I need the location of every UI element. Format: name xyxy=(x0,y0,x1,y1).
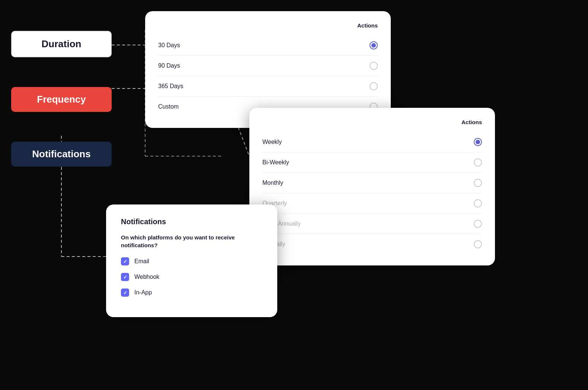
frequency-row[interactable]: Quarterly xyxy=(262,193,482,214)
frequency-card-header: Actions xyxy=(262,119,482,125)
duration-radio-btn[interactable] xyxy=(370,82,378,90)
frequency-row-label: Bi-Weekly xyxy=(262,159,289,166)
duration-row-label: 365 Days xyxy=(158,83,183,90)
duration-row-label: 90 Days xyxy=(158,62,180,69)
frequency-row[interactable]: Annually xyxy=(262,234,482,254)
frequency-radio-btn[interactable] xyxy=(474,220,482,228)
checkbox-icon[interactable] xyxy=(121,273,129,281)
sidebar: Duration Frequency Notifications xyxy=(11,31,112,167)
duration-row[interactable]: 30 Days xyxy=(158,35,378,56)
duration-row-label: 30 Days xyxy=(158,42,180,49)
frequency-radio-btn[interactable] xyxy=(474,158,482,167)
frequency-row[interactable]: Semi-Annually xyxy=(262,214,482,234)
frequency-actions-label: Actions xyxy=(461,119,482,125)
frequency-radio-btn[interactable] xyxy=(474,240,482,248)
frequency-rows-container: WeeklyBi-WeeklyMonthlyQuarterlySemi-Annu… xyxy=(262,132,482,254)
frequency-row-label: Weekly xyxy=(262,139,282,145)
duration-row[interactable]: 365 Days xyxy=(158,76,378,97)
frequency-radio-btn[interactable] xyxy=(474,179,482,187)
duration-card-header: Actions xyxy=(158,22,378,29)
frequency-radio-btn[interactable] xyxy=(474,199,482,207)
checkbox-label: In-App xyxy=(134,289,152,296)
duration-row-label: Custom xyxy=(158,103,179,110)
frequency-row[interactable]: Bi-Weekly xyxy=(262,152,482,173)
notifications-label[interactable]: Notifications xyxy=(11,142,112,167)
notification-option[interactable]: In-App xyxy=(121,289,262,297)
duration-label[interactable]: Duration xyxy=(11,31,112,57)
duration-radio-btn[interactable] xyxy=(370,62,378,70)
frequency-row-label: Monthly xyxy=(262,180,283,186)
duration-row[interactable]: 90 Days xyxy=(158,56,378,76)
checkbox-label: Email xyxy=(134,258,149,265)
duration-actions-label: Actions xyxy=(357,22,378,29)
frequency-radio-btn[interactable] xyxy=(474,138,482,146)
notifications-options-container: EmailWebhookIn-App xyxy=(121,257,262,297)
duration-rows-container: 30 Days90 Days365 DaysCustom xyxy=(158,35,378,117)
notifications-question: On which platforms do you want to receiv… xyxy=(121,233,262,249)
frequency-row[interactable]: Weekly xyxy=(262,132,482,152)
notifications-card: Notifications On which platforms do you … xyxy=(106,204,277,317)
frequency-card: Actions WeeklyBi-WeeklyMonthlyQuarterlyS… xyxy=(249,108,495,265)
notification-option[interactable]: Email xyxy=(121,257,262,265)
notification-option[interactable]: Webhook xyxy=(121,273,262,281)
duration-radio-btn[interactable] xyxy=(370,41,378,49)
notifications-card-title: Notifications xyxy=(121,217,262,226)
checkbox-label: Webhook xyxy=(134,274,159,280)
checkbox-icon[interactable] xyxy=(121,257,129,265)
frequency-label[interactable]: Frequency xyxy=(11,87,112,112)
checkbox-icon[interactable] xyxy=(121,289,129,297)
frequency-row[interactable]: Monthly xyxy=(262,173,482,193)
